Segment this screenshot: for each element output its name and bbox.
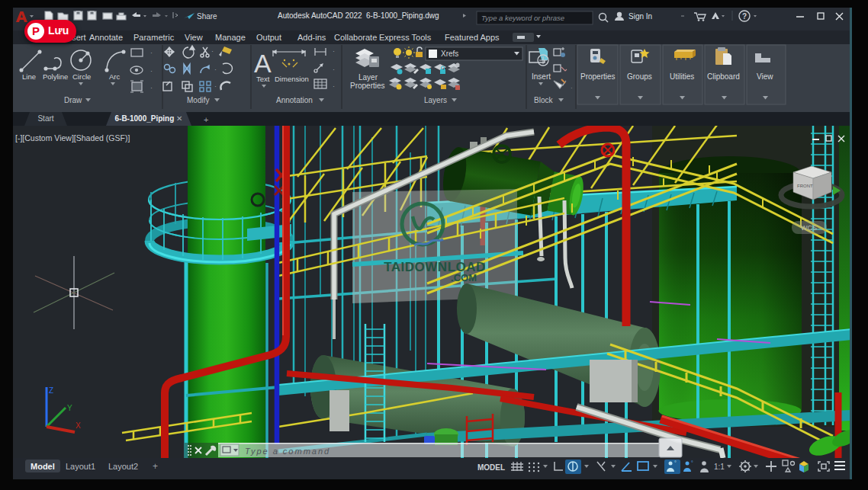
svg-text:Utilities: Utilities (670, 72, 694, 81)
svg-text:Share: Share (197, 12, 217, 21)
svg-text:·: · (333, 82, 335, 90)
svg-text:Model: Model (31, 462, 55, 471)
svg-text:·: · (333, 47, 335, 55)
svg-text:Block: Block (534, 96, 553, 104)
svg-text:Annotation: Annotation (276, 96, 313, 104)
svg-text:Insert: Insert (532, 72, 551, 81)
svg-text:?: ? (742, 12, 747, 21)
svg-text:Clipboard: Clipboard (707, 72, 740, 81)
svg-text:Type a keyword or phrase: Type a keyword or phrase (481, 14, 564, 22)
svg-text:A: A (254, 49, 272, 78)
svg-text:Circle: Circle (72, 72, 91, 81)
svg-text:Line: Line (22, 72, 36, 81)
svg-text:Layer: Layer (358, 73, 378, 82)
svg-text:View: View (757, 72, 773, 81)
svg-text:Properties: Properties (350, 82, 385, 90)
svg-text:Autodesk AutoCAD 2022: Autodesk AutoCAD 2022 (278, 11, 362, 20)
svg-text:Groups: Groups (627, 72, 652, 81)
svg-text:·: · (333, 66, 335, 73)
svg-text:Properties: Properties (580, 72, 616, 81)
svg-text:Dimension: Dimension (275, 75, 309, 83)
svg-text:Z: Z (49, 386, 53, 395)
svg-text:·: · (211, 47, 214, 55)
svg-text:Arc: Arc (109, 72, 121, 81)
svg-text:1:1: 1:1 (714, 463, 725, 471)
svg-text:Layout1: Layout1 (66, 462, 95, 471)
svg-text:·: · (571, 85, 573, 91)
svg-text:Xrefs: Xrefs (441, 50, 458, 58)
svg-text:Y: Y (67, 404, 72, 412)
svg-text:·: · (150, 49, 153, 56)
svg-text:MODEL: MODEL (477, 463, 505, 472)
svg-text:Draw: Draw (64, 96, 82, 104)
svg-text:·: · (150, 84, 153, 91)
svg-text:+: + (153, 461, 158, 472)
svg-text:Type a command: Type a command (245, 447, 330, 456)
svg-text:·: · (214, 82, 217, 90)
svg-text:Layout2: Layout2 (108, 462, 138, 471)
svg-text:Sign In: Sign In (628, 12, 652, 21)
svg-text:Layers: Layers (424, 96, 447, 104)
svg-text:·: · (150, 67, 153, 75)
svg-text:.COM: .COM (451, 272, 477, 283)
svg-text:WCS: WCS (801, 224, 817, 232)
svg-text:6-B-1000_Piping.dwg: 6-B-1000_Piping.dwg (366, 11, 439, 20)
svg-text:FRONT: FRONT (797, 184, 813, 188)
svg-text:X: X (76, 421, 81, 430)
svg-text:°: ° (674, 460, 677, 466)
svg-text:Text: Text (256, 75, 270, 83)
svg-text:·: · (214, 66, 217, 73)
svg-text:Modify: Modify (187, 96, 209, 104)
svg-text:[-][Custom View][Shaded (GSF)]: [-][Custom View][Shaded (GSF)] (15, 133, 130, 143)
svg-text:Polyline: Polyline (43, 72, 68, 81)
svg-text:°: ° (691, 460, 693, 466)
